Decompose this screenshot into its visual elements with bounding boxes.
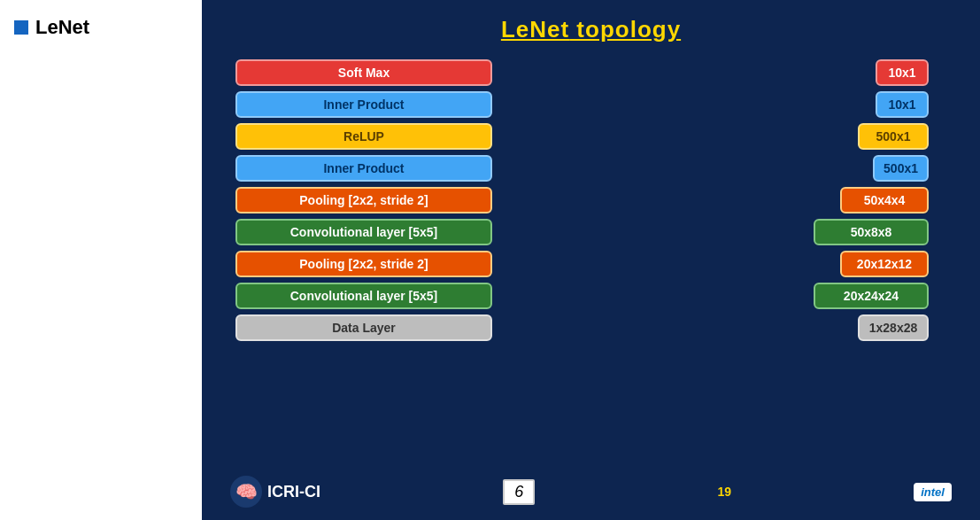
lenet-label: LeNet — [14, 16, 89, 39]
page-number: 19 — [717, 485, 731, 499]
right-label-conv2: 50x8x8 — [814, 219, 929, 245]
row-relup: ReLUP500x1 — [227, 123, 955, 150]
slide-title-lenet: LeNet — [501, 16, 569, 43]
left-label-data: Data Layer — [235, 314, 492, 341]
blue-square-icon — [14, 20, 28, 35]
left-label-pool1: Pooling [2x2, stride 2] — [235, 251, 492, 277]
topology-grid: Soft Max10x1Inner Product10x1ReLUP500x1I… — [227, 59, 955, 469]
intel-label: intel — [921, 485, 945, 499]
left-label-pool2: Pooling [2x2, stride 2] — [235, 187, 492, 213]
left-label-conv1: Convolutional layer [5x5] — [235, 283, 492, 309]
right-label-conv1: 20x24x24 — [814, 283, 929, 309]
row-ip2: Inner Product500x1 — [227, 155, 955, 182]
notebook-box: 6 — [503, 479, 535, 505]
icri-text: ICRI-CI — [267, 483, 320, 501]
icri-logo: 🧠 ICRI-CI — [230, 476, 320, 508]
row-data: Data Layer1x28x28 — [227, 314, 955, 341]
row-softmax: Soft Max10x1 — [227, 59, 955, 86]
left-label-relup: ReLUP — [235, 123, 492, 150]
right-label-pool2: 50x4x4 — [840, 187, 929, 213]
right-label-ip1: 10x1 — [876, 91, 929, 118]
row-conv1: Convolutional layer [5x5]20x24x24 — [227, 283, 955, 309]
right-label-relup: 500x1 — [858, 123, 929, 150]
left-label-softmax: Soft Max — [235, 59, 492, 86]
main-panel: LeNet topology Soft Max10x1Inner Product… — [202, 0, 980, 520]
row-conv2: Convolutional layer [5x5]50x8x8 — [227, 219, 955, 245]
left-panel: LeNet — [0, 0, 202, 520]
slide-title-topology: topology — [569, 16, 681, 43]
right-label-softmax: 10x1 — [876, 59, 929, 86]
left-label-ip2: Inner Product — [235, 155, 492, 182]
row-ip1: Inner Product10x1 — [227, 91, 955, 118]
row-pool1: Pooling [2x2, stride 2]20x12x12 — [227, 251, 955, 277]
lenet-title: LeNet — [35, 16, 89, 39]
left-label-conv2: Convolutional layer [5x5] — [235, 219, 492, 245]
left-label-ip1: Inner Product — [235, 91, 492, 118]
right-label-ip2: 500x1 — [873, 155, 929, 182]
slide-title: LeNet topology — [227, 16, 955, 43]
row-pool2: Pooling [2x2, stride 2]50x4x4 — [227, 187, 955, 213]
icri-brain-icon: 🧠 — [230, 476, 262, 508]
right-label-pool1: 20x12x12 — [840, 251, 929, 277]
bottom-bar: 🧠 ICRI-CI 6 19 intel — [227, 476, 955, 508]
intel-logo: intel — [914, 483, 952, 501]
right-label-data: 1x28x28 — [858, 314, 929, 341]
